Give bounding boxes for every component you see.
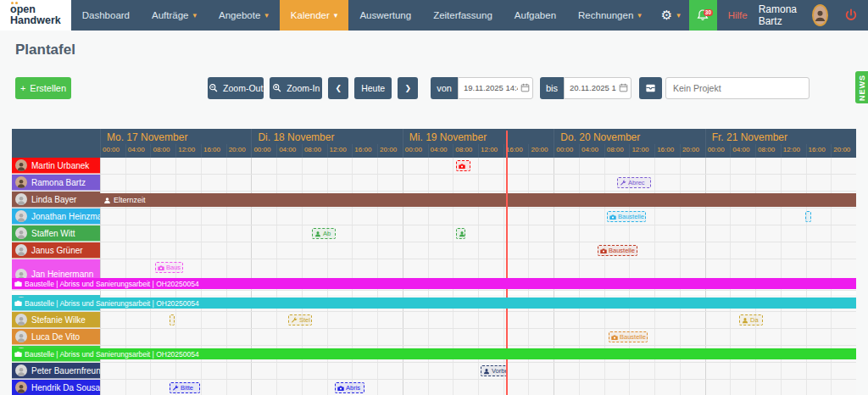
nav-item-zeiterfassung[interactable]: Zeiterfassung [422, 0, 504, 31]
timeline-lane-peter-bauernfreund[interactable]: Vorbe [100, 363, 856, 379]
event-x[interactable] [456, 228, 465, 239]
nav-item-rechnungen[interactable]: Rechnungen▾ [567, 0, 653, 31]
hour-tick: 04:00 [125, 144, 151, 158]
employee-name: Stefanie Wilke [31, 315, 86, 325]
row-jonathan-heinzmann: Jonathan HeinzmannBaustelle [12, 209, 856, 225]
row-ramona-bartz: Ramona BartzAbrec [12, 175, 856, 192]
user-name[interactable]: Ramona Bartz [759, 3, 803, 27]
hour-tick: 08:00 [453, 144, 478, 158]
employee-stefanie-wilke[interactable]: Stefanie Wilke [12, 312, 100, 328]
event-abris[interactable]: Abris [335, 382, 364, 393]
wrench-icon [620, 180, 626, 186]
employee-ramona-bartz[interactable]: Ramona Bartz [12, 175, 100, 191]
hour-ticks: 00:0004:0008:0012:0016:0020:00 [706, 144, 856, 158]
event-label: Bitte [181, 384, 193, 392]
timeline-lane-hendrik-da-sousa[interactable]: BitteAbris [100, 380, 856, 395]
wrench-icon [172, 385, 179, 392]
absence-bar-elternzeit[interactable]: Elternzeit [100, 193, 856, 207]
employee-luca-de-vito[interactable]: Luca De Vito [12, 329, 100, 345]
logout-button[interactable] [844, 8, 858, 22]
row-hendrik-da-sousa: Hendrik Da SousaBitteAbris [12, 380, 856, 395]
event-vorbe[interactable]: Vorbe [481, 365, 507, 376]
calendar-icon[interactable] [520, 83, 530, 92]
project-search-input[interactable] [665, 77, 810, 99]
magnifier-minus-icon [209, 83, 219, 93]
create-button[interactable]: + Erstellen [15, 77, 71, 99]
timeline-lane-jonathan-heinzmann[interactable]: Baustelle [100, 209, 856, 225]
hour-tick: 16:00 [654, 144, 680, 158]
prev-button[interactable]: ❮ [328, 77, 348, 99]
chevron-down-icon: ▾ [637, 11, 642, 19]
calendar-icon[interactable] [619, 83, 628, 92]
chevron-down-icon: ▾ [676, 11, 681, 19]
camera-icon [14, 350, 22, 358]
employee-hendrik-da-sousa[interactable]: Hendrik Da Sousa [12, 380, 100, 395]
nav-item-hilfe[interactable]: Hilfe [717, 0, 759, 31]
notification-badge: 30 [704, 9, 713, 16]
row-linda-bayer: Linda BayerElternzeit [12, 192, 856, 209]
event-ab[interactable]: Ab [312, 228, 336, 239]
event-label: Baustelle [618, 213, 644, 220]
nav-item-auftr-ge[interactable]: Aufträge▾ [141, 0, 208, 31]
row-marcus-wahn: Marcus WahnBaustelle | Abriss und Sanier… [12, 295, 856, 312]
employee-linda-bayer[interactable]: Linda Bayer [12, 192, 100, 208]
hour-tick: 12:00 [327, 144, 353, 158]
logo-line1: open [10, 4, 61, 15]
nav-item-label: Rechnungen [578, 10, 633, 20]
hour-tick: 04:00 [428, 144, 453, 158]
project-strip[interactable]: Baustelle | Abriss und Sanierungsarbeit … [12, 278, 856, 289]
timeline-header: Mo. 17 November 00:0004:0008:0012:0016:0… [12, 129, 856, 158]
user-avatar[interactable] [812, 4, 828, 26]
timeline-lane-luca-de-vito[interactable]: Baustelle [100, 329, 856, 345]
employee-peter-bauernfreund[interactable]: Peter Bauernfreund [12, 363, 100, 379]
app-logo[interactable]: open Handwerk [0, 0, 71, 31]
hour-tick: 20:00 [831, 144, 856, 158]
project-strip[interactable]: Baustelle | Abriss und Sanierungsarbeit … [12, 298, 856, 309]
event-baustelle[interactable]: Baustelle [607, 211, 646, 222]
plantafel-rows: Martin Urbanek Ramona BartzAbrec Linda B… [12, 158, 856, 395]
nav-item-dashboard[interactable]: Dashboard [71, 0, 141, 31]
camera-icon [609, 214, 616, 220]
project-strip[interactable]: Baustelle | Abriss und Sanierungsarbeit … [12, 348, 856, 359]
timeline-lane-stefanie-wilke[interactable]: StelDa [100, 312, 856, 328]
notifications-button[interactable]: 30 [689, 0, 717, 31]
event-baustelle[interactable]: Baustelle [609, 331, 648, 342]
event-x[interactable] [456, 160, 470, 171]
next-button[interactable]: ❯ [398, 77, 418, 99]
hour-tick: 08:00 [302, 144, 327, 158]
event-da[interactable]: Da [739, 314, 763, 325]
employee-name: Peter Bauernfreund [31, 366, 100, 376]
project-filter-button[interactable] [639, 77, 662, 99]
timeline-lane-martin-urbanek[interactable] [100, 158, 856, 174]
event-label: Baus [166, 264, 181, 271]
employee-jonathan-heinzmann[interactable]: Jonathan Heinzmann [12, 209, 100, 225]
settings-menu[interactable]: ⚙ ▾ [653, 0, 689, 31]
event-stel[interactable]: Stel [288, 314, 312, 325]
zoom-out-button[interactable]: Zoom-Out [208, 77, 264, 99]
today-label: Heute [361, 83, 385, 93]
news-tab[interactable]: NEWS [855, 71, 868, 103]
today-button[interactable]: Heute [354, 77, 392, 99]
event-x[interactable] [805, 211, 811, 222]
hour-tick: 00:00 [101, 144, 125, 158]
employee-martin-urbanek[interactable]: Martin Urbanek [12, 158, 100, 174]
nav-item-kalender[interactable]: Kalender▾ [280, 0, 349, 31]
employee-janus-gr-ner[interactable]: Janus Grüner [12, 242, 100, 259]
timeline-lane-staffen-witt[interactable]: Ab [100, 225, 856, 242]
timeline-lane-janus-gr-ner[interactable]: Baustelle [100, 242, 856, 259]
event-x[interactable] [170, 314, 175, 325]
zoom-in-button[interactable]: Zoom-In [270, 77, 322, 99]
nav-item-aufgaben[interactable]: Aufgaben [504, 0, 567, 31]
timeline-lane-linda-bayer[interactable]: Elternzeit [100, 192, 856, 208]
person-icon [16, 229, 26, 239]
event-baustelle[interactable]: Baustelle [598, 245, 637, 256]
nav-item-auswertung[interactable]: Auswertung [348, 0, 422, 31]
chevron-down-icon: ▾ [334, 11, 338, 19]
employee-staffen-witt[interactable]: Staffen Witt [12, 225, 100, 242]
plantafel-app: open Handwerk DashboardAufträge▾Angebote… [0, 0, 868, 395]
event-baus[interactable]: Baus [155, 262, 183, 273]
event-bitte[interactable]: Bitte [170, 382, 200, 393]
event-abrec[interactable]: Abrec [617, 177, 651, 188]
nav-item-angebote[interactable]: Angebote▾ [208, 0, 280, 31]
timeline-lane-ramona-bartz[interactable]: Abrec [100, 175, 856, 191]
